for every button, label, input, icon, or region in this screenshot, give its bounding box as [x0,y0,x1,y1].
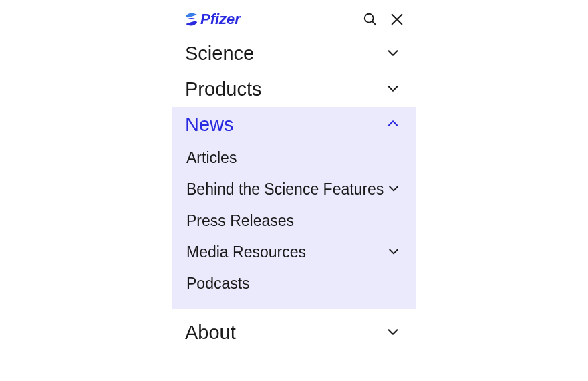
submenu-item-label: Behind the Science Features [186,180,384,199]
pfizer-logo[interactable]: Pfizer [184,9,251,29]
chevron-down-icon [386,81,400,98]
mobile-nav-menu: Pfizer Science [172,0,416,356]
chevron-down-icon [387,245,400,261]
submenu-item-articles[interactable]: Articles [172,142,416,174]
svg-text:Pfizer: Pfizer [200,11,241,27]
chevron-down-icon [386,45,400,63]
chevron-down-icon [387,182,400,198]
submenu-item-media-resources[interactable]: Media Resources [172,237,416,268]
header-actions [363,12,404,27]
submenu-item-label: Articles [186,149,237,167]
close-icon [390,12,404,27]
nav-item-science[interactable]: Science [172,36,416,72]
search-icon [363,12,378,27]
close-button[interactable] [390,12,404,27]
submenu-item-label: Media Resources [186,243,306,261]
nav-item-news[interactable]: News [172,107,416,142]
nav-item-label: About [185,322,236,344]
nav-item-label: Products [185,78,261,100]
nav-item-products[interactable]: Products [172,72,416,107]
search-button[interactable] [363,12,378,27]
menu-header: Pfizer [172,0,416,36]
submenu-item-label: Press Releases [186,212,294,230]
submenu-item-behind-the-science[interactable]: Behind the Science Features [172,174,416,205]
chevron-up-icon [386,116,400,134]
nav-item-label: Science [185,43,254,65]
svg-line-2 [372,21,376,25]
nav-item-label: News [185,114,234,136]
submenu-item-press-releases[interactable]: Press Releases [172,205,416,237]
submenu-item-podcasts[interactable]: Podcasts [172,268,416,299]
divider [172,356,416,356]
submenu-item-label: Podcasts [186,275,250,293]
nav-item-about[interactable]: About [172,309,416,356]
submenu-news: Articles Behind the Science Features Pre… [172,142,416,309]
chevron-down-icon [386,324,400,342]
